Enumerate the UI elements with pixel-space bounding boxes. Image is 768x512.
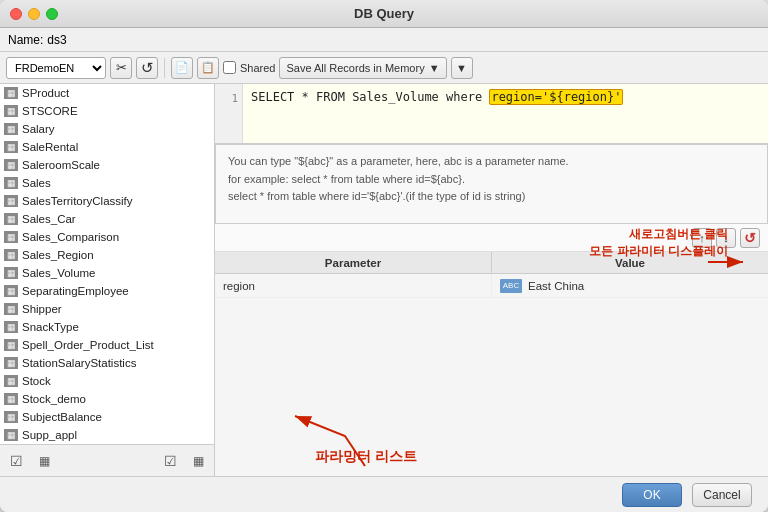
table-icon: ▦ bbox=[4, 375, 18, 387]
bottom-bar: OK Cancel bbox=[0, 476, 768, 512]
hint-line3: select * from table where id='${abc}'.(i… bbox=[228, 188, 755, 206]
titlebar: DB Query bbox=[0, 0, 768, 28]
sql-content[interactable]: SELECT * FROM Sales_Volume where region=… bbox=[243, 84, 768, 143]
refresh-icon[interactable]: ↺ bbox=[136, 57, 158, 79]
save-records-button[interactable]: Save All Records in Memory ▼ bbox=[279, 57, 446, 79]
sidebar-item-label: SProduct bbox=[22, 87, 69, 99]
param-cell-name: region bbox=[215, 274, 492, 297]
sidebar-item[interactable]: ▦Sales_Region bbox=[0, 246, 214, 264]
shared-dataset-checkbox-label[interactable]: Shared bbox=[223, 61, 275, 74]
table-icon: ▦ bbox=[4, 177, 18, 189]
sidebar-item[interactable]: ▦Sales bbox=[0, 174, 214, 192]
db-select[interactable]: FRDemoEN bbox=[6, 57, 106, 79]
sidebar-item[interactable]: ▦Sales_Volume bbox=[0, 264, 214, 282]
sidebar-item-label: Sales_Car bbox=[22, 213, 76, 225]
close-button[interactable] bbox=[10, 8, 22, 20]
window-title: DB Query bbox=[354, 6, 414, 21]
param-col-parameter: Parameter bbox=[215, 252, 492, 273]
sidebar-item[interactable]: ▦Salary bbox=[0, 120, 214, 138]
param-value: East China bbox=[528, 280, 584, 292]
sidebar-item-label: Shipper bbox=[22, 303, 62, 315]
ok-button[interactable]: OK bbox=[622, 483, 682, 507]
content-area: ▦SProduct▦STSCORE▦Salary▦SaleRental▦Sale… bbox=[0, 84, 768, 476]
sidebar-item[interactable]: ▦Stock bbox=[0, 372, 214, 390]
sidebar-item-label: Spell_Order_Product_List bbox=[22, 339, 154, 351]
refresh-params-button[interactable]: ↺ bbox=[740, 228, 760, 248]
move-up-icon[interactable]: ↑ bbox=[692, 228, 712, 248]
sidebar-item-label: Stock_demo bbox=[22, 393, 86, 405]
sidebar-item-label: Sales_Region bbox=[22, 249, 94, 261]
cancel-button[interactable]: Cancel bbox=[692, 483, 752, 507]
sidebar-item-label: Sales_Volume bbox=[22, 267, 96, 279]
table-row: region ABC East China bbox=[215, 274, 768, 298]
table-icon: ▦ bbox=[4, 339, 18, 351]
checkbox2-icon[interactable]: ☑ bbox=[160, 451, 180, 471]
doc1-icon[interactable]: 📄 bbox=[171, 57, 193, 79]
toolbar: FRDemoEN ✂ ↺ 📄 📋 Shared Save All Records… bbox=[0, 52, 768, 84]
cut-icon[interactable]: ✂ bbox=[110, 57, 132, 79]
name-label: Name: bbox=[8, 33, 43, 47]
move-down-icon[interactable]: ↓ bbox=[716, 228, 736, 248]
table-icon: ▦ bbox=[4, 429, 18, 441]
table-icon: ▦ bbox=[4, 213, 18, 225]
sidebar-item[interactable]: ▦SaleroomScale bbox=[0, 156, 214, 174]
sidebar-item-label: Salary bbox=[22, 123, 55, 135]
sidebar-item[interactable]: ▦Shipper bbox=[0, 300, 214, 318]
table-icon: ▦ bbox=[4, 105, 18, 117]
sidebar-item[interactable]: ▦Spell_Order_Product_List bbox=[0, 336, 214, 354]
sidebar: ▦SProduct▦STSCORE▦Salary▦SaleRental▦Sale… bbox=[0, 84, 215, 476]
table-icon: ▦ bbox=[4, 357, 18, 369]
doc2-icon[interactable]: 📋 bbox=[197, 57, 219, 79]
table-icon: ▦ bbox=[4, 393, 18, 405]
sidebar-item-label: SaleRental bbox=[22, 141, 78, 153]
sidebar-item-label: STSCORE bbox=[22, 105, 78, 117]
sidebar-item[interactable]: ▦SnackType bbox=[0, 318, 214, 336]
table-icon: ▦ bbox=[4, 411, 18, 423]
extra-dropdown-icon[interactable]: ▼ bbox=[451, 57, 473, 79]
param-col-value: Value bbox=[492, 252, 768, 273]
minimize-button[interactable] bbox=[28, 8, 40, 20]
sidebar-item[interactable]: ▦SProduct bbox=[0, 84, 214, 102]
main-right: 1 SELECT * FROM Sales_Volume where regio… bbox=[215, 84, 768, 476]
line-num-1: 1 bbox=[215, 88, 242, 110]
list1-icon[interactable]: ▦ bbox=[34, 451, 54, 471]
table-icon: ▦ bbox=[4, 231, 18, 243]
sidebar-item[interactable]: ▦SaleRental bbox=[0, 138, 214, 156]
sidebar-item[interactable]: ▦Sales_Comparison bbox=[0, 228, 214, 246]
sidebar-item[interactable]: ▦Sales_Car bbox=[0, 210, 214, 228]
sidebar-item[interactable]: ▦Supp_appl bbox=[0, 426, 214, 444]
table-icon: ▦ bbox=[4, 195, 18, 207]
hint-box: You can type "${abc}" as a parameter, he… bbox=[215, 144, 768, 224]
param-name: region bbox=[223, 280, 255, 292]
param-table: Parameter Value region ABC East China bbox=[215, 252, 768, 476]
sidebar-item[interactable]: ▦SeparatingEmployee bbox=[0, 282, 214, 300]
table-icon: ▦ bbox=[4, 123, 18, 135]
checkbox1-icon[interactable]: ☑ bbox=[6, 451, 26, 471]
param-cell-value[interactable]: ABC East China bbox=[492, 274, 768, 297]
sidebar-list: ▦SProduct▦STSCORE▦Salary▦SaleRental▦Sale… bbox=[0, 84, 214, 444]
sidebar-item[interactable]: ▦SalesTerritoryClassify bbox=[0, 192, 214, 210]
list2-icon[interactable]: ▦ bbox=[188, 451, 208, 471]
sql-text: SELECT * FROM Sales_Volume where bbox=[251, 90, 489, 104]
line-numbers: 1 bbox=[215, 84, 243, 143]
maximize-button[interactable] bbox=[46, 8, 58, 20]
sidebar-item-label: SeparatingEmployee bbox=[22, 285, 129, 297]
sidebar-item-label: Supp_appl bbox=[22, 429, 77, 441]
table-icon: ▦ bbox=[4, 87, 18, 99]
table-icon: ▦ bbox=[4, 249, 18, 261]
sidebar-item-label: SaleroomScale bbox=[22, 159, 100, 171]
sidebar-item[interactable]: ▦StationSalaryStatistics bbox=[0, 354, 214, 372]
sidebar-item-label: SnackType bbox=[22, 321, 79, 333]
table-icon: ▦ bbox=[4, 285, 18, 297]
param-table-header: Parameter Value bbox=[215, 252, 768, 274]
sidebar-item[interactable]: ▦SubjectBalance bbox=[0, 408, 214, 426]
sidebar-item[interactable]: ▦STSCORE bbox=[0, 102, 214, 120]
shared-dataset-checkbox[interactable] bbox=[223, 61, 236, 74]
sidebar-item-label: SalesTerritoryClassify bbox=[22, 195, 133, 207]
sidebar-item[interactable]: ▦Stock_demo bbox=[0, 390, 214, 408]
sidebar-footer: ☑ ▦ ☑ ▦ bbox=[0, 444, 214, 476]
type-icon: ABC bbox=[500, 279, 522, 293]
name-value: ds3 bbox=[47, 33, 66, 47]
toolbar-separator bbox=[164, 58, 165, 78]
name-bar: Name: ds3 bbox=[0, 28, 768, 52]
